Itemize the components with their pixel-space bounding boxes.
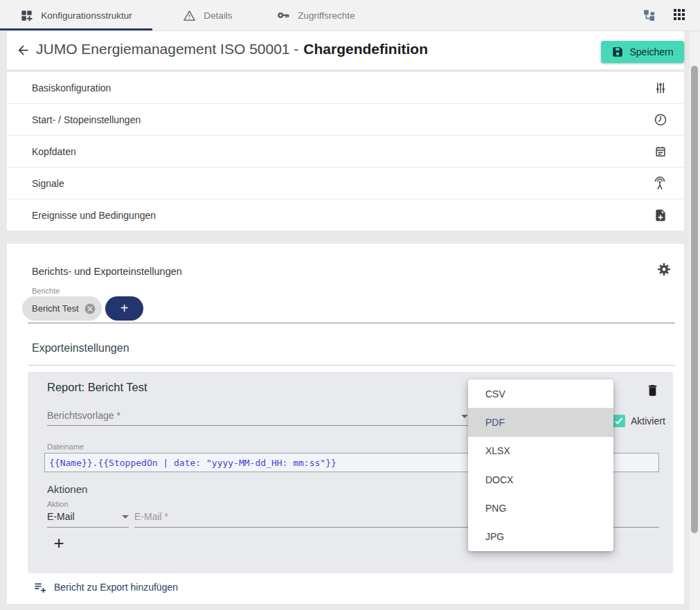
save-button-label: Speichern: [629, 46, 673, 57]
calendar-icon: [654, 145, 667, 159]
format-dropdown-menu: CSV PDF XLSX DOCX PNG JPG: [468, 379, 613, 551]
berichtsvorlage-label: Berichtsvorlage *: [47, 410, 120, 421]
gear-icon[interactable]: [656, 262, 672, 277]
add-action-button[interactable]: +: [48, 531, 69, 555]
add-report-chip-button[interactable]: +: [105, 296, 143, 321]
export-heading: Exporteinstellungen: [32, 342, 129, 355]
hierarchy-icon[interactable]: [643, 8, 656, 22]
add-report-to-export-link[interactable]: Bericht zu Export hinzufügen: [33, 580, 178, 595]
aktion-select[interactable]: E-Mail: [47, 510, 129, 526]
aktiviert-label: Aktiviert: [631, 415, 665, 427]
aktion-field-label: Aktion: [47, 500, 69, 508]
menu-item-csv[interactable]: CSV: [468, 379, 613, 408]
tab-details[interactable]: Details: [152, 0, 263, 30]
menu-item-docx[interactable]: DOCX: [468, 465, 613, 494]
tab-bar: Konfigurationsstruktur Details Zugriffsr…: [0, 0, 700, 31]
tune-icon: [654, 81, 667, 95]
add-report-link-label: Bericht zu Export hinzufügen: [54, 582, 178, 593]
save-icon: [611, 46, 624, 58]
tab-label: Zugriffsrechte: [298, 10, 355, 21]
playlist-add-icon: [33, 580, 47, 594]
antenna-icon: [652, 176, 667, 191]
menu-item-jpg[interactable]: JPG: [468, 523, 613, 551]
section-ereignisse-und-bedingungen[interactable]: Ereignisse und Bedingungen: [7, 199, 684, 231]
berichtsvorlage-select[interactable]: Berichtsvorlage *: [47, 409, 471, 426]
plus-icon: +: [53, 532, 64, 554]
section-basiskonfiguration[interactable]: Basiskonfiguration: [7, 72, 684, 103]
aktion-underline: [47, 527, 129, 528]
save-button[interactable]: Speichern: [601, 41, 684, 63]
berichte-field-label: Berichte: [32, 287, 60, 295]
page-title: JUMO Energiemanagement ISO 50001 -Charge…: [36, 41, 428, 57]
title-prefix: JUMO Energiemanagement ISO 50001 -: [36, 41, 298, 57]
panel-heading: Berichts- und Exporteinstellungen: [32, 266, 182, 277]
menu-item-xlsx[interactable]: XLSX: [468, 437, 613, 465]
trash-icon[interactable]: [645, 383, 660, 397]
aktiviert-checkbox[interactable]: [613, 415, 625, 427]
plus-icon: +: [120, 300, 129, 316]
section-start-stopeinstellungen[interactable]: Start- / Stopeinstellungen: [7, 104, 684, 135]
tab-label: Details: [204, 10, 232, 21]
dateiname-value: {{Name}}.{{StoppedOn | date: "yyyy-MM-dd…: [45, 458, 336, 468]
berichte-field-underline: [28, 323, 675, 323]
section-label: Kopfdaten: [32, 146, 654, 157]
page-header: JUMO Energiemanagement ISO 50001 -Charge…: [7, 31, 684, 69]
dateiname-label: Dateiname: [47, 442, 84, 451]
active-tab-underline: [0, 28, 152, 30]
aktion-selected-value: E-Mail: [47, 511, 75, 522]
warning-triangle-icon: [183, 9, 196, 22]
scrollbar-thumb[interactable]: [691, 66, 698, 533]
key-icon: [276, 8, 290, 22]
section-label: Basiskonfiguration: [32, 82, 654, 93]
section-signale[interactable]: Signale: [7, 168, 684, 199]
clock-icon: [654, 113, 667, 127]
tab-label: Konfigurationsstruktur: [41, 10, 132, 21]
section-label: Signale: [32, 178, 652, 189]
back-arrow-icon[interactable]: [16, 43, 33, 60]
section-label: Start- / Stopeinstellungen: [32, 114, 654, 125]
email-placeholder: E-Mail *: [134, 511, 168, 522]
apps-grid-icon[interactable]: [673, 8, 685, 21]
report-card-title: Report: Bericht Test: [47, 381, 147, 394]
chip-label: Bericht Test: [32, 303, 79, 314]
menu-item-png[interactable]: PNG: [468, 494, 613, 522]
section-kopfdaten[interactable]: Kopfdaten: [7, 136, 684, 167]
menu-item-pdf[interactable]: PDF: [468, 408, 613, 436]
aktionen-heading: Aktionen: [47, 483, 87, 495]
berichtsvorlage-underline: [47, 425, 471, 426]
report-chip[interactable]: Bericht Test: [22, 296, 102, 321]
tab-zugriffsrechte[interactable]: Zugriffsrechte: [263, 0, 368, 30]
title-emphasis: Chargendefinition: [303, 41, 428, 57]
note-add-icon: [654, 208, 667, 222]
chevron-down-icon: [461, 415, 468, 418]
tab-konfigurationsstruktur[interactable]: Konfigurationsstruktur: [0, 0, 152, 30]
section-label: Ereignisse und Bedingungen: [32, 210, 654, 221]
export-heading-divider: [28, 365, 675, 366]
cancel-icon[interactable]: [84, 303, 96, 315]
dashboard-customize-icon: [20, 9, 33, 22]
chevron-down-icon: [122, 515, 129, 519]
